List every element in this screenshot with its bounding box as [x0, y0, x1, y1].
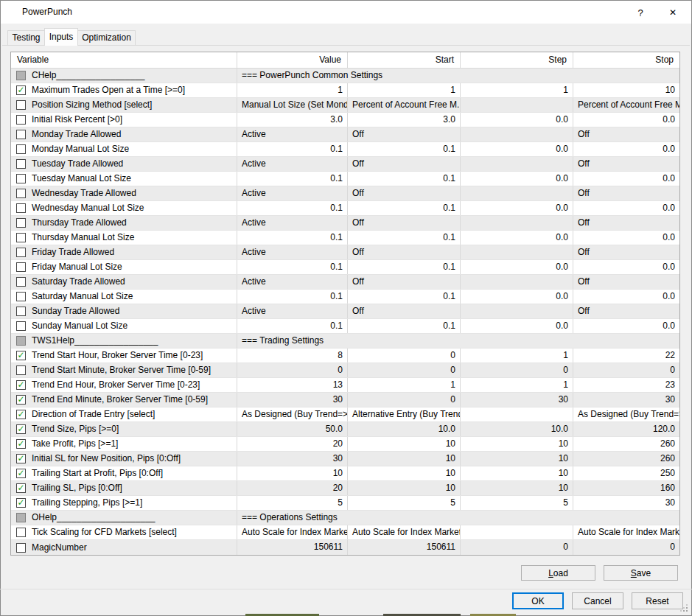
value-cell[interactable]: 20: [237, 437, 347, 451]
checkbox-unchecked-icon[interactable]: [16, 100, 26, 110]
table-row[interactable]: Saturday Trade AllowedActiveOffOff: [11, 275, 679, 290]
start-cell[interactable]: 0.1: [347, 142, 460, 156]
checkbox-unchecked-icon[interactable]: [16, 262, 26, 272]
step-cell[interactable]: 0.0: [460, 319, 573, 333]
stop-cell[interactable]: 0.0: [573, 260, 679, 274]
close-icon[interactable]: ✕: [657, 1, 688, 24]
value-cell[interactable]: 0: [237, 363, 347, 377]
checkbox-unchecked-icon[interactable]: [16, 174, 26, 183]
value-cell[interactable]: As Designed (Buy Trend=>...: [237, 407, 347, 421]
step-cell[interactable]: [460, 186, 573, 200]
step-cell[interactable]: 10: [460, 452, 573, 466]
stop-cell[interactable]: Off: [573, 157, 679, 171]
checkbox-unchecked-icon[interactable]: [16, 321, 26, 331]
checkbox-unchecked-icon[interactable]: [16, 543, 26, 553]
stop-cell[interactable]: 0: [573, 363, 679, 377]
start-cell[interactable]: 0.1: [347, 201, 460, 215]
start-cell[interactable]: 10: [347, 437, 460, 451]
value-cell[interactable]: 0.1: [237, 172, 347, 186]
tab-testing[interactable]: Testing: [7, 30, 45, 45]
ok-button[interactable]: OK: [512, 592, 564, 609]
stop-cell[interactable]: Off: [573, 304, 679, 318]
step-cell[interactable]: [460, 525, 573, 539]
value-cell[interactable]: Active: [237, 157, 347, 171]
start-cell[interactable]: 0.1: [347, 172, 460, 186]
stop-cell[interactable]: 260: [573, 437, 679, 451]
stop-cell[interactable]: 30: [573, 496, 679, 510]
table-row[interactable]: ✓Trailing Start at Profit, Pips [0:Off]1…: [11, 466, 679, 481]
start-cell[interactable]: 10: [347, 466, 460, 480]
value-cell[interactable]: 1: [237, 83, 347, 97]
checkbox-checked-icon[interactable]: ✓: [16, 439, 26, 449]
stop-cell[interactable]: 0.0: [573, 113, 679, 127]
start-cell[interactable]: 10.0: [347, 422, 460, 436]
checkbox-unchecked-icon[interactable]: [16, 144, 26, 154]
start-cell[interactable]: 0.1: [347, 260, 460, 274]
start-cell[interactable]: 0.1: [347, 319, 460, 333]
checkbox-unchecked-icon[interactable]: [16, 528, 26, 537]
start-cell[interactable]: Off: [347, 127, 460, 141]
start-cell[interactable]: Off: [347, 304, 460, 318]
step-cell[interactable]: [460, 127, 573, 141]
table-row[interactable]: ✓Take Profit, Pips [>=1]201010260: [11, 437, 679, 452]
table-row[interactable]: MagicNumber15061115061100: [11, 540, 679, 555]
start-cell[interactable]: 0: [347, 363, 460, 377]
stop-cell[interactable]: 0: [573, 540, 679, 555]
stop-cell[interactable]: Off: [573, 186, 679, 200]
stop-cell[interactable]: 250: [573, 466, 679, 480]
checkbox-checked-icon[interactable]: ✓: [16, 395, 26, 405]
stop-cell[interactable]: 0.0: [573, 231, 679, 245]
value-cell[interactable]: 30: [237, 452, 347, 466]
start-cell[interactable]: 150611: [347, 540, 460, 555]
stop-cell[interactable]: 0.0: [573, 319, 679, 333]
table-row[interactable]: Wednesday Trade AllowedActiveOffOff: [11, 186, 679, 201]
checkbox-checked-icon[interactable]: ✓: [16, 410, 26, 419]
value-cell[interactable]: Active: [237, 304, 347, 318]
value-cell[interactable]: Auto Scale for Index Markets: [237, 525, 347, 539]
checkbox-unchecked-icon[interactable]: [16, 248, 26, 257]
stop-cell[interactable]: 0.0: [573, 172, 679, 186]
help-button[interactable]: ?: [625, 1, 656, 24]
start-cell[interactable]: 5: [347, 496, 460, 510]
step-cell[interactable]: 1: [460, 83, 573, 97]
stop-cell[interactable]: Percent of Account Free M...: [573, 98, 679, 112]
save-button[interactable]: Save: [604, 565, 678, 581]
step-cell[interactable]: 0.0: [460, 172, 573, 186]
step-cell[interactable]: [460, 275, 573, 289]
table-row[interactable]: Trend Start Minute, Broker Server Time […: [11, 363, 679, 378]
reset-button[interactable]: Reset: [632, 592, 683, 609]
table-row[interactable]: Saturday Manual Lot Size0.10.10.00.0: [11, 290, 679, 304]
start-cell[interactable]: 10: [347, 452, 460, 466]
table-row[interactable]: OHelp____________________=== Operations …: [11, 511, 679, 525]
table-row[interactable]: ✓Trend Start Hour, Broker Server Time [0…: [11, 349, 679, 363]
table-row[interactable]: Thursday Trade AllowedActiveOffOff: [11, 216, 679, 231]
table-row[interactable]: Initial Risk Percent [>0]3.03.00.00.0: [11, 113, 679, 127]
value-cell[interactable]: 10: [237, 466, 347, 480]
step-cell[interactable]: 10: [460, 481, 573, 495]
table-row[interactable]: Tick Scaling for CFD Markets [select]Aut…: [11, 525, 679, 540]
step-cell[interactable]: 0: [460, 540, 573, 555]
stop-cell[interactable]: Off: [573, 275, 679, 289]
checkbox-unchecked-icon[interactable]: [16, 277, 26, 287]
stop-cell[interactable]: 160: [573, 481, 679, 495]
start-cell[interactable]: Off: [347, 245, 460, 259]
value-cell[interactable]: Active: [237, 216, 347, 230]
value-cell[interactable]: 0.1: [237, 142, 347, 156]
table-row[interactable]: Position Sizing Method [select]Manual Lo…: [11, 98, 679, 113]
stop-cell[interactable]: 120.0: [573, 422, 679, 436]
step-cell[interactable]: 10.0: [460, 422, 573, 436]
cancel-button[interactable]: Cancel: [572, 592, 623, 609]
value-cell[interactable]: 3.0: [237, 113, 347, 127]
table-row[interactable]: Sunday Trade AllowedActiveOffOff: [11, 304, 679, 319]
tab-optimization[interactable]: Optimization: [77, 30, 136, 45]
start-cell[interactable]: Alternative Entry (Buy Trend...: [347, 407, 460, 421]
value-cell[interactable]: 0.1: [237, 319, 347, 333]
step-cell[interactable]: 1: [460, 378, 573, 392]
checkbox-unchecked-icon[interactable]: [16, 189, 26, 198]
step-cell[interactable]: 0.0: [460, 113, 573, 127]
step-cell[interactable]: [460, 407, 573, 421]
step-cell[interactable]: 10: [460, 466, 573, 480]
stop-cell[interactable]: 30: [573, 393, 679, 407]
table-row[interactable]: Sunday Manual Lot Size0.10.10.00.0: [11, 319, 679, 334]
step-cell[interactable]: 30: [460, 393, 573, 407]
